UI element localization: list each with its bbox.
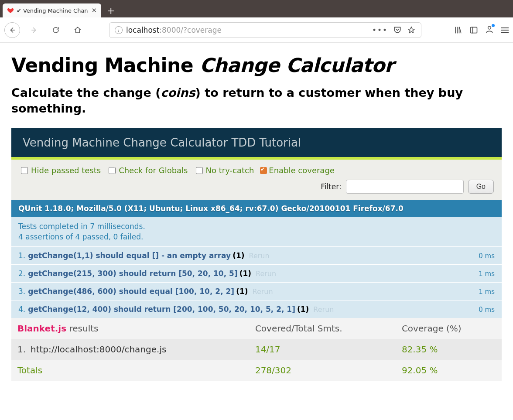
test-name: getChange(215, 300) should return [50, 2… bbox=[28, 269, 237, 278]
rerun-link[interactable]: Rerun bbox=[313, 305, 334, 314]
tab-title: Vending Machine Chan bbox=[23, 7, 88, 14]
reload-button[interactable] bbox=[48, 22, 64, 38]
blanket-file-row[interactable]: 1.http://localhost:8000/change.js 14/17 … bbox=[11, 339, 502, 360]
pocket-icon[interactable] bbox=[393, 26, 402, 34]
blanket-col-covered: Covered/Total Smts. bbox=[249, 318, 396, 339]
back-button[interactable] bbox=[4, 22, 20, 38]
browser-tab-active[interactable]: ✔ Vending Machine Chan ✕ bbox=[3, 3, 101, 17]
home-button[interactable] bbox=[70, 22, 86, 38]
page-actions-icon[interactable]: ••• bbox=[372, 26, 388, 34]
blanket-totals-row: Totals 278/302 92.05 % bbox=[11, 360, 502, 381]
test-name: getChange(486, 600) should equal [100, 1… bbox=[28, 287, 234, 296]
sidebar-icon[interactable] bbox=[469, 26, 478, 34]
test-assert-count: (1) bbox=[233, 251, 244, 260]
qunit-result-summary: Tests completed in 7 milliseconds. 4 ass… bbox=[11, 217, 502, 247]
heart-favicon-icon bbox=[7, 7, 14, 14]
arrow-right-icon bbox=[30, 26, 38, 34]
test-index: 3. bbox=[18, 287, 25, 296]
test-row[interactable]: 3.getChange(486, 600) should equal [100,… bbox=[11, 282, 502, 300]
test-index: 1. bbox=[18, 251, 25, 260]
enable-coverage-checkbox[interactable]: Enable coverage bbox=[260, 166, 335, 175]
tab-check-icon: ✔ bbox=[17, 7, 21, 14]
blanket-col-coverage: Coverage (%) bbox=[396, 318, 502, 339]
rerun-link[interactable]: Rerun bbox=[256, 270, 276, 278]
tab-close-icon[interactable]: ✕ bbox=[92, 7, 97, 14]
menu-icon[interactable] bbox=[501, 27, 509, 33]
test-name: getChange(12, 400) should return [200, 1… bbox=[28, 305, 295, 314]
svg-rect-0 bbox=[471, 27, 477, 33]
page-title: Vending Machine Change Calculator bbox=[11, 54, 502, 76]
site-info-icon[interactable]: i bbox=[115, 26, 123, 34]
page-subtitle: Calculate the change (coins) to return t… bbox=[11, 85, 502, 117]
qunit-toolbar: Hide passed tests Check for Globals No t… bbox=[11, 160, 502, 200]
url-text: localhost:8000/?coverage bbox=[126, 26, 222, 34]
test-time: 1 ms bbox=[479, 288, 495, 296]
account-icon[interactable] bbox=[485, 25, 494, 35]
test-assert-count: (1) bbox=[239, 269, 251, 278]
test-time: 0 ms bbox=[479, 252, 495, 260]
new-tab-button[interactable]: + bbox=[104, 3, 118, 17]
qunit-test-list: 1.getChange(1,1) should equal [] - an em… bbox=[11, 246, 502, 318]
hide-passed-checkbox[interactable]: Hide passed tests bbox=[19, 166, 101, 175]
page-content: Vending Machine Change Calculator Calcul… bbox=[0, 43, 513, 389]
test-index: 4. bbox=[18, 305, 25, 314]
rerun-link[interactable]: Rerun bbox=[253, 287, 273, 296]
test-time: 0 ms bbox=[479, 306, 495, 314]
blanket-title-cell: Blanket.js results bbox=[11, 318, 249, 339]
filter-input[interactable] bbox=[346, 180, 464, 194]
qunit-container: Vending Machine Change Calculator TDD Tu… bbox=[11, 128, 502, 381]
browser-toolbar: i localhost:8000/?coverage ••• bbox=[0, 17, 513, 43]
test-index: 2. bbox=[18, 269, 25, 278]
library-icon[interactable] bbox=[454, 26, 462, 34]
check-globals-checkbox[interactable]: Check for Globals bbox=[107, 166, 188, 175]
arrow-left-icon bbox=[8, 26, 16, 34]
home-icon bbox=[74, 26, 82, 34]
test-name: getChange(1,1) should equal [] - an empt… bbox=[28, 251, 231, 260]
reload-icon bbox=[52, 26, 60, 34]
toolbar-right-icons bbox=[454, 25, 509, 35]
filter-label: Filter: bbox=[321, 182, 342, 191]
forward-button[interactable] bbox=[26, 22, 42, 38]
rerun-link[interactable]: Rerun bbox=[249, 252, 270, 260]
test-assert-count: (1) bbox=[297, 305, 309, 314]
no-trycatch-checkbox[interactable]: No try-catch bbox=[194, 166, 254, 175]
bookmark-star-icon[interactable] bbox=[407, 26, 416, 34]
test-assert-count: (1) bbox=[236, 287, 248, 296]
url-actions: ••• bbox=[372, 26, 416, 34]
blanket-results-table: Blanket.js results Covered/Total Smts. C… bbox=[11, 318, 502, 381]
qunit-useragent: QUnit 1.18.0; Mozilla/5.0 (X11; Ubuntu; … bbox=[11, 200, 502, 217]
test-time: 1 ms bbox=[479, 270, 495, 278]
svg-point-1 bbox=[488, 26, 491, 29]
filter-go-button[interactable]: Go bbox=[468, 180, 494, 194]
qunit-header: Vending Machine Change Calculator TDD Tu… bbox=[11, 128, 502, 157]
address-bar[interactable]: i localhost:8000/?coverage ••• bbox=[109, 22, 421, 38]
test-row[interactable]: 1.getChange(1,1) should equal [] - an em… bbox=[11, 246, 502, 264]
browser-tab-strip: ✔ Vending Machine Chan ✕ + bbox=[0, 0, 513, 17]
test-row[interactable]: 2.getChange(215, 300) should return [50,… bbox=[11, 264, 502, 282]
test-row[interactable]: 4.getChange(12, 400) should return [200,… bbox=[11, 300, 502, 318]
